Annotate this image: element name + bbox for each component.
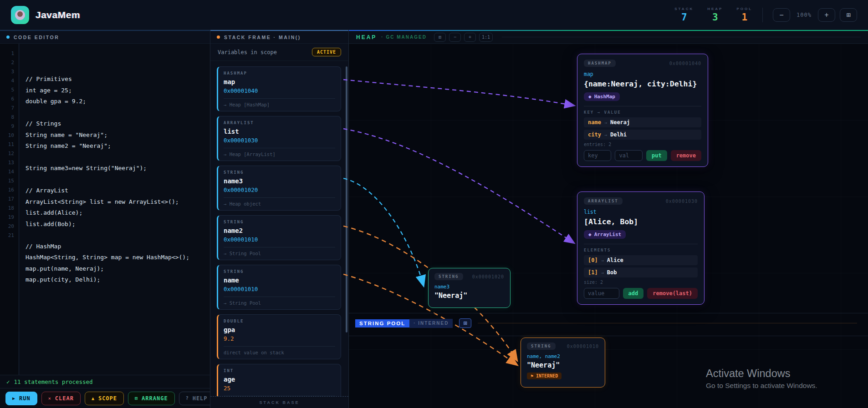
- var-reference-names: name, name2: [527, 353, 599, 359]
- hashmap-pill: ◆ HashMap: [584, 92, 620, 101]
- code-line: list.add(Alice);: [26, 207, 210, 219]
- heap-address: 0x00001020: [472, 274, 504, 279]
- var-type-label: STRING: [224, 269, 335, 274]
- button-icon: ✕: [48, 396, 51, 401]
- var-type-label: STRING: [224, 220, 335, 224]
- var-reference-name: name3: [434, 284, 504, 290]
- heap-interned-string-card[interactable]: STRING 0x00001010 name, name2 "Neeraj" ⚑…: [521, 337, 605, 388]
- var-note: → String Pool: [224, 251, 335, 256]
- var-value: 9.2: [224, 335, 335, 342]
- object-preview: {name:Neeraj, city:Delhi}: [584, 80, 701, 88]
- line-number: 8: [0, 113, 14, 122]
- clear-button[interactable]: ✕ CLEAR: [41, 392, 81, 405]
- heap-canvas[interactable]: HASHMAP 0x00001040 map {name:Neeraj, cit…: [349, 44, 868, 408]
- map-put-button[interactable]: put: [646, 150, 667, 161]
- heap-string-card[interactable]: STRING 0x00001020 name3 "Neeraj": [428, 268, 511, 308]
- line-number: 16: [0, 186, 14, 195]
- arrow-glyph: →: [604, 132, 607, 137]
- var-value: 25: [224, 385, 335, 392]
- heap-grid-button[interactable]: ⊞: [434, 33, 446, 42]
- card-divider: [224, 297, 335, 297]
- app-header: JavaMem STACK 7 HEAP 3 POOL: [0, 0, 868, 30]
- stack-var-card[interactable]: ARRAYLIST list 0x00001030 → Heap [ArrayL…: [217, 116, 341, 161]
- layout-grid-button[interactable]: ⊞: [840, 8, 857, 22]
- app-title: JavaMem: [36, 10, 80, 20]
- var-value: 0x00001030: [224, 137, 335, 144]
- line-number: 17: [0, 195, 14, 204]
- line-number: 12: [0, 149, 14, 158]
- var-name: gpa: [224, 326, 335, 333]
- heap-panel: HEAP · GC MANAGED ⊞ − + 1:1: [349, 30, 868, 408]
- run-button[interactable]: ▶ RUN: [5, 392, 37, 405]
- line-number: 19: [0, 213, 14, 222]
- javamem-app: JavaMem STACK 7 HEAP 3 POOL: [0, 0, 868, 408]
- heap-reset-zoom-button[interactable]: 1:1: [479, 33, 493, 42]
- arrow-glyph: →: [601, 258, 604, 263]
- list-add-button[interactable]: add: [623, 288, 644, 299]
- var-type-label: DOUBLE: [224, 319, 335, 323]
- heap-header-rule: [502, 37, 861, 37]
- string-pool-label: STRING POOL: [355, 319, 409, 327]
- code-text-area[interactable]: // Primitivesint age = 25;double gpa = 9…: [19, 44, 210, 375]
- var-type-label: STRING: [224, 170, 335, 175]
- var-note: → Heap [ArrayList]: [224, 151, 335, 157]
- string-pool-header: STRING POOL · INTERNED ⊞: [355, 318, 857, 328]
- code-line: map.put(name, Neeraj);: [26, 263, 210, 275]
- diamond-icon: ◆: [588, 94, 592, 100]
- heap-arraylist-card[interactable]: ARRAYLIST 0x00001030 list [Alice, Bob] ◆…: [577, 191, 705, 305]
- key-value-section-label: KEY → VALUE: [584, 110, 701, 115]
- arrow-glyph: →: [601, 270, 604, 275]
- stack-var-card[interactable]: HASHMAP map 0x00001040 → Heap [HashMap]: [217, 66, 341, 111]
- pool-counter: POOL 1: [736, 7, 752, 23]
- map-val-input[interactable]: [615, 150, 642, 161]
- code-line: [26, 174, 210, 186]
- line-number: 15: [0, 176, 14, 186]
- line-number: 1: [0, 49, 14, 58]
- stack-var-card[interactable]: STRING name2 0x00001010 → String Pool: [217, 215, 341, 260]
- stack-var-card[interactable]: INT age 25 direct value on stack: [217, 364, 341, 396]
- pool-grid-button[interactable]: ⊞: [459, 318, 471, 328]
- stack-panel-title: STACK FRAME · MAIN(): [224, 35, 301, 40]
- line-number: 18: [0, 204, 14, 213]
- var-note: → Heap object: [224, 201, 335, 207]
- list-remove-last-button[interactable]: remove(last): [647, 288, 698, 299]
- line-number: 3: [0, 67, 14, 76]
- map-remove-button[interactable]: remove: [671, 150, 701, 161]
- memory-counters: STACK 7 HEAP 3 POOL 1: [674, 7, 752, 23]
- code-line: [26, 152, 210, 163]
- arrow-map-to-hashmap: [343, 80, 574, 106]
- editor-status-bar: ✓ 11 statements processed: [0, 375, 210, 388]
- zoom-out-button[interactable]: −: [773, 8, 790, 22]
- heap-address: 0x00001040: [669, 61, 701, 66]
- type-badge: STRING: [527, 343, 556, 350]
- card-divider: [224, 98, 335, 99]
- zoom-in-button[interactable]: +: [818, 8, 835, 22]
- line-number: 2: [0, 58, 14, 67]
- map-key-input[interactable]: [584, 150, 611, 161]
- stack-var-card[interactable]: STRING name3 0x00001020 → Heap object: [217, 166, 341, 211]
- var-note: direct value on stack: [224, 350, 335, 355]
- arrow-glyph: →: [604, 120, 607, 125]
- button-icon: ▲: [92, 396, 95, 401]
- heap-zoom-in-button[interactable]: +: [464, 33, 476, 42]
- code-line: // Primitives: [26, 74, 210, 85]
- stack-var-card[interactable]: STRING name 0x00001010 → String Pool: [217, 265, 341, 310]
- code-line: [26, 107, 210, 119]
- list-value-input[interactable]: [584, 288, 619, 299]
- heap-hashmap-card[interactable]: HASHMAP 0x00001040 map {name:Neeraj, cit…: [577, 54, 708, 167]
- line-number: 11: [0, 140, 14, 149]
- type-badge: ARRAYLIST: [584, 197, 623, 205]
- help-button[interactable]: ? HELP: [179, 392, 214, 405]
- header-divider: [762, 8, 763, 22]
- var-name: name: [224, 277, 335, 284]
- heap-zoom-out-button[interactable]: −: [449, 33, 461, 42]
- arrange-button[interactable]: ⊞ ARRANGE: [128, 392, 175, 405]
- var-type-label: INT: [224, 368, 335, 373]
- stack-scrollbar[interactable]: [346, 66, 347, 332]
- stack-var-card[interactable]: DOUBLE gpa 9.2 direct value on stack: [217, 314, 341, 359]
- card-divider: [584, 106, 701, 106]
- editor-panel-title: CODE EDITOR: [14, 35, 59, 40]
- scope-button[interactable]: ▲ SCOPE: [85, 392, 124, 405]
- line-number: 21: [0, 231, 14, 240]
- stack-status-dot: [217, 35, 220, 39]
